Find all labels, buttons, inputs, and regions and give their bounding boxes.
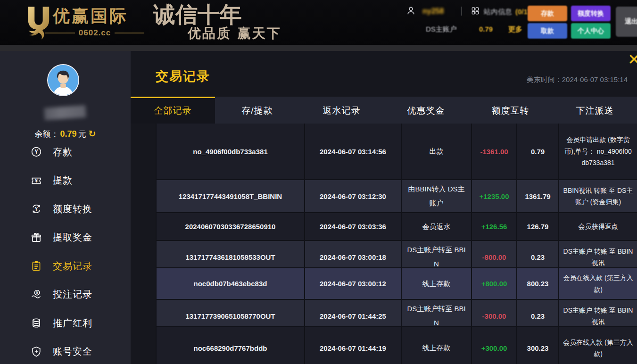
svg-text:¥: ¥ — [35, 206, 38, 212]
cell-remark: BBIN视讯 转账 至 DS主账户 (资金归集) — [559, 180, 637, 212]
header-profile-button[interactable]: 个人中心 — [571, 23, 611, 39]
quota-transfer-icon: ¥ — [30, 203, 42, 215]
table-row[interactable]: no_4906f00db733a3812024-06-07 03:14:56出款… — [157, 124, 637, 180]
cell-time: 2024-06-07 03:14:56 — [305, 124, 402, 179]
cell-balance: 300.23 — [517, 327, 559, 364]
cell-amount: +300.00 — [472, 327, 517, 364]
cell-balance: 1361.79 — [517, 180, 559, 212]
tab-rebate-records[interactable]: 返水记录 — [299, 97, 384, 124]
cell-time: 2024-06-07 03:12:30 — [305, 180, 402, 212]
sidebar-item-transaction-records[interactable]: 交易记录 — [0, 252, 131, 281]
cell-amount: +1235.00 — [472, 180, 517, 212]
cell-order-id: noc668290d7767bddb — [157, 327, 305, 364]
cell-type: 线上存款 — [402, 327, 472, 364]
close-icon[interactable]: ✕ — [628, 52, 637, 67]
cell-remark: 会员获得返点 — [559, 213, 637, 240]
sidebar-item-deposit[interactable]: ¥存款 — [0, 138, 131, 166]
cell-order-id: 20240607030336728650910 — [157, 213, 305, 240]
table-row[interactable]: 202406070303367286509102024-06-07 03:03:… — [157, 213, 637, 241]
header-more-link[interactable]: 更多 — [508, 25, 522, 34]
betting-records-icon: ¥ — [30, 289, 42, 301]
cell-amount: +800.00 — [472, 268, 517, 299]
avatar[interactable] — [47, 64, 79, 96]
tab-deposit-withdraw[interactable]: 存/提款 — [215, 97, 299, 124]
inbox-label[interactable]: 站内信息 — [484, 8, 512, 17]
header-divider: | — [460, 5, 463, 16]
domain-dash-right — [115, 33, 144, 33]
main-panel: ✕ 交易记录 美东时间：2024-06-07 03:15:14 全部记录存/提款… — [131, 51, 637, 364]
inbox-grid-icon — [471, 6, 480, 16]
sidebar-item-label: 投注记录 — [53, 288, 92, 301]
withdraw-icon: ¥ — [30, 174, 42, 187]
timezone-label: 美东时间： — [527, 75, 562, 83]
cell-type: 出款 — [402, 124, 472, 179]
cell-amount: -1361.00 — [472, 124, 517, 179]
table-row[interactable]: noc0db07b463ebc83d2024-06-07 03:00:12线上存… — [157, 268, 637, 300]
timestamp: 2024-06-07 03:15:14 — [562, 75, 628, 83]
cell-time: 2024-06-07 03:03:36 — [305, 213, 402, 240]
app-root: 优赢国际 0602.cc 诚信十年 优品质 赢天下 ny258 | 站内信息 (… — [0, 0, 637, 364]
avatar-image — [48, 65, 78, 95]
table-row[interactable]: 1317177436181058533OUT2024-06-07 03:00:1… — [157, 241, 637, 268]
svg-text:¥: ¥ — [36, 290, 38, 295]
domain-dash-left — [45, 33, 75, 33]
promotion-bonus-icon — [30, 317, 42, 329]
cell-balance: 800.23 — [517, 268, 559, 299]
header-deposit-button[interactable]: 存款 — [528, 6, 567, 21]
svg-text:¥: ¥ — [35, 178, 38, 183]
sidebar-item-bonus-withdraw[interactable]: 提取奖金 — [0, 223, 131, 252]
table-row[interactable]: 1317177390651058770OUT2024-06-07 01:44:2… — [157, 300, 637, 327]
sidebar-item-label: 账号安全 — [53, 345, 92, 358]
account-security-icon — [30, 346, 42, 358]
table-row[interactable]: 123417177443491058T_BBININ2024-06-07 03:… — [157, 180, 637, 213]
sidebar-item-label: 存款 — [53, 146, 73, 158]
transaction-records-icon — [30, 260, 42, 272]
cell-balance: 0.79 — [517, 124, 559, 179]
cell-time: 2024-06-07 03:00:12 — [305, 268, 402, 299]
cell-remark: 会员在线入款 (第三方入 款) — [559, 268, 637, 299]
sidebar-item-label: 交易记录 — [53, 260, 92, 273]
top-header: 优赢国际 0602.cc 诚信十年 优品质 赢天下 ny258 | 站内信息 (… — [0, 0, 637, 45]
sidebar-menu: ¥存款¥提款¥额度转换提取奖金交易记录¥投注记录推广红利账号安全 — [0, 138, 131, 364]
sidebar-item-withdraw[interactable]: ¥提款 — [0, 166, 131, 195]
table-row[interactable]: noc668290d7767bddb2024-06-07 01:44:19线上存… — [157, 327, 637, 364]
sidebar-item-label: 额度转换 — [53, 203, 92, 215]
header-username[interactable]: ny258 — [422, 7, 444, 16]
slogan-sub: 优品质 赢天下 — [188, 25, 281, 42]
sidebar-item-account-security[interactable]: 账号安全 — [0, 338, 131, 364]
subheader-strip — [0, 45, 637, 51]
tab-all-records[interactable]: 全部记录 — [131, 97, 215, 124]
brand-domain: 0602.cc — [45, 28, 144, 38]
tab-quota-transfer[interactable]: 额度互转 — [468, 97, 553, 124]
user-icon — [405, 5, 416, 16]
bonus-withdraw-icon — [30, 232, 42, 244]
header-logout-button[interactable]: 退出 — [616, 7, 637, 37]
cell-order-id: no_4906f00db733a381 — [157, 124, 305, 179]
tab-promo-bonus[interactable]: 优惠奖金 — [384, 97, 468, 124]
page-title: 交易记录 — [156, 68, 210, 85]
main-account-label: DS主账户 — [426, 25, 457, 34]
brand-domain-text: 0602.cc — [79, 28, 111, 38]
header-withdraw-button[interactable]: 取款 — [528, 23, 567, 39]
sidebar-item-label: 提取奖金 — [53, 231, 92, 244]
masked-username — [44, 105, 86, 120]
sidebar-item-label: 推广红利 — [53, 317, 92, 330]
header-quota-transfer-button[interactable]: 额度转换 — [571, 6, 611, 21]
brand-name: 优赢国际 — [53, 5, 128, 28]
sidebar-item-label: 提款 — [53, 174, 73, 187]
sidebar-item-betting-records[interactable]: ¥投注记录 — [0, 281, 131, 309]
eastern-time: 美东时间：2024-06-07 03:15:14 — [527, 75, 628, 84]
cell-order-id: noc0db07b463ebc83d — [157, 268, 305, 299]
balance-value: 0.79 — [59, 129, 78, 139]
cell-amount: +126.56 — [472, 213, 517, 240]
cell-remark: 会员在线入款 (第三方入 款) — [559, 327, 637, 364]
tab-bet-dispatch[interactable]: 下注派送 — [553, 97, 637, 124]
record-tabs: 全部记录存/提款返水记录优惠奖金额度互转下注派送 — [131, 97, 637, 124]
svg-text:¥: ¥ — [35, 149, 38, 156]
deposit-icon: ¥ — [30, 146, 42, 158]
sidebar-item-promotion-bonus[interactable]: 推广红利 — [0, 309, 131, 338]
sidebar-item-quota-transfer[interactable]: ¥额度转换 — [0, 195, 131, 223]
cell-balance: 126.79 — [517, 213, 559, 240]
cell-remark: 会员申请出款 (数字货币),单号： no_4906f00db733a381 — [559, 124, 637, 179]
cell-type: 会员返水 — [402, 213, 472, 240]
